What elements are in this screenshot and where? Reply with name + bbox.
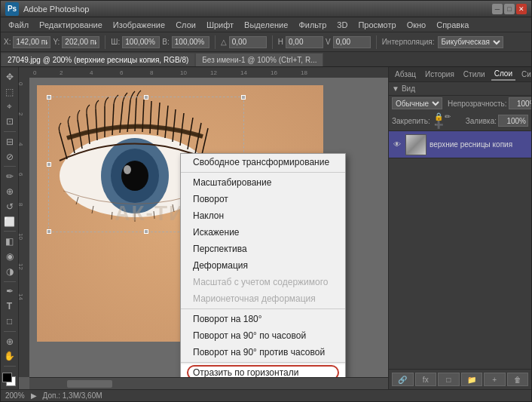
svg-text:8: 8 bbox=[19, 203, 24, 207]
svg-text:18: 18 bbox=[301, 69, 307, 76]
tool-text[interactable]: T bbox=[2, 299, 17, 313]
menu-edit[interactable]: Редактирование bbox=[35, 19, 107, 31]
y-input[interactable] bbox=[62, 36, 99, 48]
toolbar-sep-6 bbox=[4, 366, 16, 367]
tool-history-brush[interactable]: ↺ bbox=[2, 200, 17, 213]
fill-input[interactable] bbox=[498, 115, 528, 127]
tool-move[interactable]: ✥ bbox=[2, 70, 17, 84]
document-tabs: 27049.jpg @ 200% (верхние ресницы копия,… bbox=[1, 52, 531, 67]
blend-opacity-section: Обычные Непрозрачность: Закрепить: 🔒 ✏ ➕… bbox=[389, 96, 531, 131]
svg-rect-0 bbox=[29, 67, 388, 78]
right-panel: Абзац История Стили Слои Символ Каналы ▼… bbox=[388, 67, 531, 389]
ctx-perspective[interactable]: Перспектива bbox=[181, 241, 345, 257]
menu-select[interactable]: Выделение bbox=[240, 19, 292, 31]
tool-select-rect[interactable]: ⬚ bbox=[2, 85, 17, 99]
options-sep-4 bbox=[376, 35, 377, 49]
ctx-scale[interactable]: Масштабирование bbox=[181, 174, 345, 191]
ctx-free-transform[interactable]: Свободное трансформирование bbox=[181, 154, 345, 170]
blend-mode-select[interactable]: Обычные bbox=[392, 97, 442, 109]
status-arrow[interactable]: ▶ bbox=[31, 391, 37, 400]
x-input[interactable] bbox=[13, 36, 50, 48]
ctx-rotate-ccw[interactable]: Поворот на 90° против часовой bbox=[181, 344, 345, 361]
menu-layers[interactable]: Слои bbox=[171, 19, 200, 31]
minimize-button[interactable]: ─ bbox=[492, 4, 503, 14]
color-swatch[interactable] bbox=[2, 373, 17, 386]
close-button[interactable]: ✕ bbox=[516, 4, 527, 14]
doc-tab-1[interactable]: Без имени-1 @ 100% (Ctrl+T, R... bbox=[195, 53, 323, 66]
maximize-button[interactable]: □ bbox=[504, 4, 515, 14]
tool-hand[interactable]: ✋ bbox=[2, 349, 17, 363]
vskew-input[interactable] bbox=[333, 36, 371, 48]
tool-dodge[interactable]: ◑ bbox=[2, 265, 17, 278]
opacity-input[interactable] bbox=[509, 97, 531, 109]
ctx-rotate-cw[interactable]: Поворот на 90° по часовой bbox=[181, 327, 345, 344]
menu-filter[interactable]: Фильтр bbox=[294, 19, 331, 31]
svg-text:12: 12 bbox=[19, 263, 24, 270]
tool-zoom[interactable]: ⊕ bbox=[2, 335, 17, 348]
ctx-content-aware-scale: Масштаб с учетом содержимого bbox=[181, 274, 345, 290]
svg-text:4: 4 bbox=[19, 143, 24, 146]
tool-stamp[interactable]: ⊕ bbox=[2, 185, 17, 198]
delete-layer-button[interactable]: 🗑 bbox=[507, 373, 529, 386]
add-style-button[interactable]: fx bbox=[415, 373, 437, 386]
tab-history[interactable]: История bbox=[422, 69, 457, 80]
menu-image[interactable]: Изображение bbox=[109, 19, 170, 31]
angle-icon: △ bbox=[221, 38, 227, 46]
layer-visibility-icon[interactable]: 👁 bbox=[392, 140, 402, 150]
menu-3d[interactable]: 3D bbox=[332, 19, 352, 31]
hskew-input[interactable] bbox=[286, 36, 323, 48]
ctx-rotate[interactable]: Поворот bbox=[181, 191, 345, 207]
ctx-skew[interactable]: Наклон bbox=[181, 207, 345, 224]
ruler-horizontal: 0 2 4 6 8 10 12 14 16 18 bbox=[29, 67, 388, 78]
options-sep-2 bbox=[215, 35, 216, 49]
menu-view[interactable]: Просмотр bbox=[353, 19, 400, 31]
tab-character[interactable]: Символ bbox=[518, 69, 531, 80]
tool-shape[interactable]: □ bbox=[2, 315, 17, 328]
angle-input[interactable] bbox=[229, 36, 267, 48]
h-label: В: bbox=[162, 38, 169, 46]
h-input[interactable] bbox=[172, 36, 209, 48]
new-group-button[interactable]: 📁 bbox=[461, 373, 483, 386]
ctx-warp[interactable]: Деформация bbox=[181, 257, 345, 274]
tab-layers[interactable]: Слои bbox=[491, 68, 515, 81]
left-toolbar: ✥ ⬚ ⌖ ⊡ ⊟ ⊘ ✏ ⊕ ↺ ⬜ ◧ ◉ ◑ ✒ T □ ⊕ ✋ bbox=[1, 67, 19, 389]
interpolation-select[interactable]: Бикубическая bbox=[438, 36, 503, 48]
toolbar-sep-3 bbox=[4, 231, 16, 232]
foreground-color[interactable] bbox=[2, 373, 12, 382]
tool-eyedropper[interactable]: ⊘ bbox=[2, 150, 17, 164]
menu-help[interactable]: Справка bbox=[432, 19, 473, 31]
scrollbar-horizontal[interactable] bbox=[29, 377, 388, 389]
menu-file[interactable]: Файл bbox=[4, 19, 33, 31]
new-layer-button[interactable]: + bbox=[484, 373, 506, 386]
tool-brush[interactable]: ✏ bbox=[2, 170, 17, 183]
title-bar-left: Ps Adobe Photoshop bbox=[5, 2, 89, 16]
tool-lasso[interactable]: ⌖ bbox=[2, 100, 17, 114]
menu-window[interactable]: Окно bbox=[402, 19, 431, 31]
toolbar-sep-4 bbox=[4, 281, 16, 282]
doc-tab-0[interactable]: 27049.jpg @ 200% (верхние ресницы копия,… bbox=[1, 53, 195, 66]
tool-pen[interactable]: ✒ bbox=[2, 285, 17, 299]
options-size-group: Ш: В: bbox=[111, 36, 209, 48]
lock-fill-row: Закрепить: 🔒 ✏ ➕ Заливка: bbox=[389, 111, 531, 130]
ctx-flip-horizontal[interactable]: Отразить по горизонтали bbox=[181, 364, 345, 377]
w-input[interactable] bbox=[122, 36, 160, 48]
tool-eraser[interactable]: ⬜ bbox=[2, 215, 17, 229]
options-bar: X: Y: Ш: В: △ H V Интерполяция: Бикубиче… bbox=[1, 32, 531, 52]
lock-icons: 🔒 ✏ ➕ bbox=[434, 112, 462, 129]
ctx-rotate-180[interactable]: Поворот на 180° bbox=[181, 311, 345, 327]
svg-text:12: 12 bbox=[210, 69, 217, 76]
menu-font[interactable]: Шрифт bbox=[202, 19, 238, 31]
link-layers-button[interactable]: 🔗 bbox=[392, 373, 414, 386]
options-skew-group: H V bbox=[278, 36, 371, 48]
tool-quick-select[interactable]: ⊡ bbox=[2, 115, 17, 128]
tab-paragraph[interactable]: Абзац bbox=[392, 69, 419, 80]
ctx-distort[interactable]: Искажение bbox=[181, 224, 345, 241]
tab-styles[interactable]: Стили bbox=[460, 69, 488, 80]
tool-gradient[interactable]: ◧ bbox=[2, 235, 17, 248]
add-mask-button[interactable]: □ bbox=[438, 373, 460, 386]
canvas-content[interactable]: АК-ТИ.ORG Свободное тран bbox=[29, 78, 388, 377]
tool-blur[interactable]: ◉ bbox=[2, 250, 17, 263]
svg-text:16: 16 bbox=[271, 69, 277, 76]
layer-item-0[interactable]: 👁 верхние ресницы копия bbox=[389, 131, 531, 158]
tool-crop[interactable]: ⊟ bbox=[2, 135, 17, 149]
